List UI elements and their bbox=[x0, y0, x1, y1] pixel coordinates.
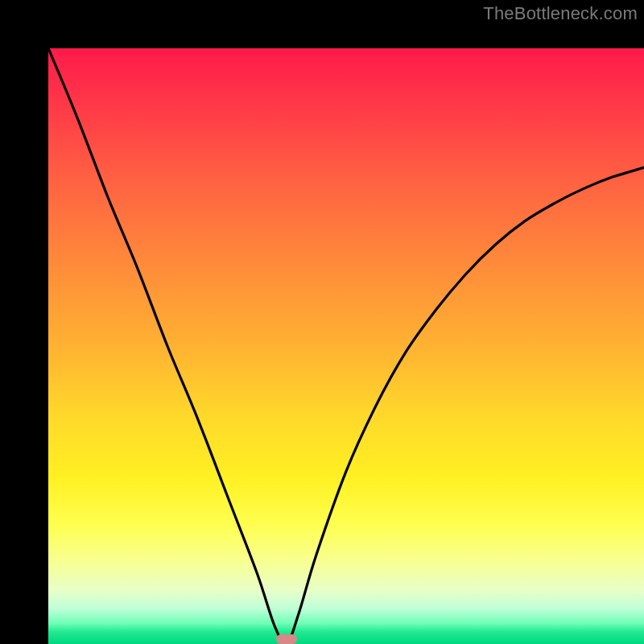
bottleneck-curve bbox=[48, 48, 644, 644]
chart-frame bbox=[0, 0, 644, 644]
watermark-text: TheBottleneck.com bbox=[483, 3, 638, 24]
minimum-marker bbox=[276, 634, 297, 644]
curve-svg bbox=[48, 48, 644, 644]
plot-area bbox=[48, 48, 644, 644]
